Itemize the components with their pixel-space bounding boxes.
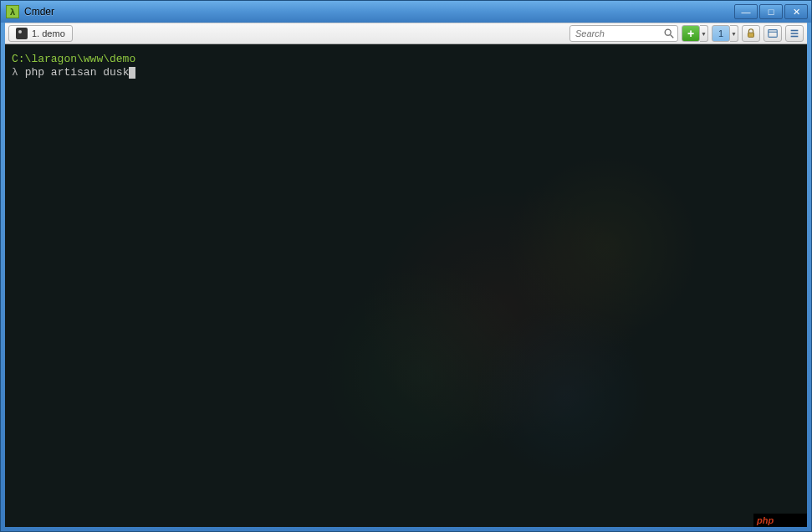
hamburger-icon: [789, 28, 800, 39]
svg-rect-3: [769, 30, 778, 38]
terminal-path-line: C:\laragon\www\demo: [12, 53, 800, 66]
toolbar-right: + ▼ 1 ▼: [569, 25, 804, 42]
new-tab-dropdown[interactable]: ▼: [700, 25, 708, 42]
search-input[interactable]: [569, 25, 678, 42]
command-text: php artisan dusk: [25, 66, 130, 79]
window-icon: [767, 28, 779, 39]
console-tab-icon: [16, 28, 28, 39]
close-button[interactable]: ✕: [784, 4, 808, 19]
console-tab-label: 1. demo: [32, 28, 65, 38]
current-path: C:\laragon\www\demo: [12, 53, 135, 65]
watermark-badge: php: [753, 514, 807, 527]
lock-button[interactable]: [742, 25, 760, 42]
toolbar: 1. demo + ▼ 1 ▼: [5, 23, 807, 44]
svg-point-0: [665, 29, 671, 35]
svg-line-1: [671, 35, 674, 38]
prompt-symbol: λ: [12, 66, 18, 79]
minimize-button[interactable]: —: [734, 4, 758, 19]
app-window: λ Cmder — □ ✕ 1. demo + ▼ 1 ▼: [0, 0, 812, 532]
maximize-button[interactable]: □: [759, 4, 783, 19]
console-count-button[interactable]: 1: [712, 25, 730, 42]
terminal-background: [5, 44, 807, 527]
cursor: [129, 67, 135, 79]
terminal-prompt-line: λ php artisan dusk: [12, 66, 800, 79]
watermark-text: php: [757, 515, 774, 525]
svg-rect-2: [748, 33, 754, 37]
app-icon: λ: [6, 5, 19, 18]
menu-button[interactable]: [785, 25, 804, 42]
lock-icon: [745, 28, 757, 39]
console-count-dropdown[interactable]: ▼: [730, 25, 738, 42]
window-controls: — □ ✕: [733, 4, 808, 19]
search-icon[interactable]: [663, 28, 675, 39]
console-tab[interactable]: 1. demo: [8, 25, 73, 42]
show-console-button[interactable]: [763, 25, 782, 42]
terminal-area[interactable]: C:\laragon\www\demo λ php artisan dusk: [5, 44, 807, 527]
new-tab-button[interactable]: +: [682, 25, 700, 42]
window-title: Cmder: [24, 6, 54, 18]
search-wrap: [569, 25, 678, 42]
titlebar[interactable]: λ Cmder — □ ✕: [1, 1, 811, 23]
